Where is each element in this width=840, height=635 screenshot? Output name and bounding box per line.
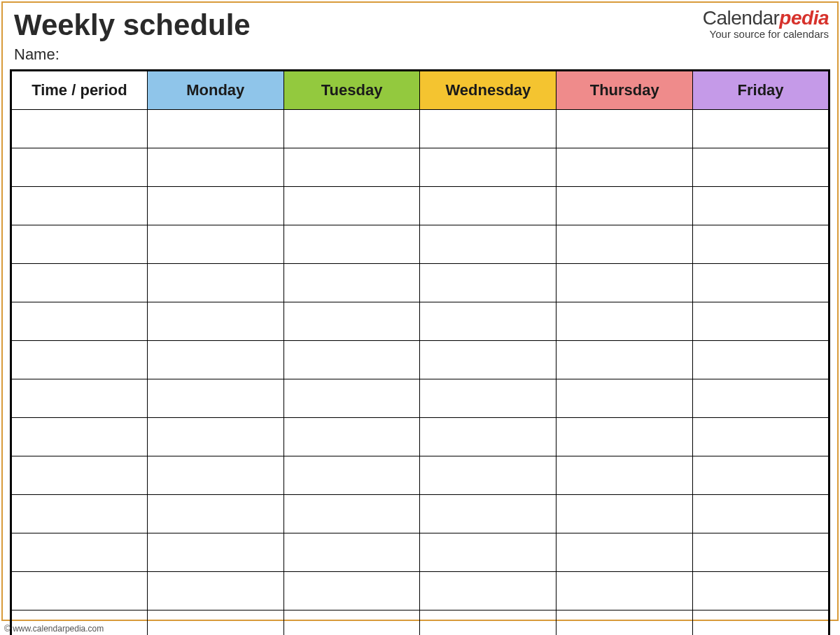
time-cell[interactable]	[11, 418, 148, 456]
schedule-cell[interactable]	[556, 225, 693, 264]
schedule-cell[interactable]	[147, 456, 284, 495]
time-cell[interactable]	[11, 572, 148, 610]
schedule-cell[interactable]	[420, 302, 556, 341]
schedule-cell[interactable]	[284, 418, 420, 456]
schedule-cell[interactable]	[420, 495, 556, 533]
time-cell[interactable]	[11, 225, 148, 264]
time-cell[interactable]	[11, 456, 148, 495]
schedule-cell[interactable]	[420, 456, 556, 495]
schedule-cell[interactable]	[284, 495, 420, 533]
schedule-cell[interactable]	[284, 302, 420, 341]
schedule-cell[interactable]	[556, 418, 693, 456]
schedule-cell[interactable]	[556, 610, 693, 636]
schedule-cell[interactable]	[693, 148, 830, 187]
schedule-cell[interactable]	[693, 495, 830, 533]
schedule-cell[interactable]	[420, 341, 556, 379]
schedule-cell[interactable]	[693, 456, 830, 495]
header: Weekly schedule Name: Calendarpedia Your…	[3, 3, 837, 65]
schedule-cell[interactable]	[420, 264, 556, 302]
table-row	[11, 187, 830, 225]
time-cell[interactable]	[11, 264, 148, 302]
schedule-cell[interactable]	[284, 533, 420, 572]
schedule-cell[interactable]	[556, 187, 693, 225]
time-cell[interactable]	[11, 110, 148, 148]
schedule-cell[interactable]	[420, 225, 556, 264]
schedule-cell[interactable]	[420, 187, 556, 225]
table-header-row: Time / period MondayTuesdayWednesdayThur…	[11, 71, 830, 110]
schedule-cell[interactable]	[147, 302, 284, 341]
time-cell[interactable]	[11, 148, 148, 187]
schedule-cell[interactable]	[693, 379, 830, 418]
schedule-cell[interactable]	[693, 302, 830, 341]
schedule-cell[interactable]	[556, 341, 693, 379]
schedule-body	[11, 110, 830, 636]
schedule-cell[interactable]	[420, 110, 556, 148]
schedule-cell[interactable]	[284, 264, 420, 302]
schedule-cell[interactable]	[556, 456, 693, 495]
title-block: Weekly schedule Name:	[14, 8, 251, 64]
table-row	[11, 495, 830, 533]
table-row	[11, 418, 830, 456]
schedule-cell[interactable]	[420, 418, 556, 456]
time-cell[interactable]	[11, 379, 148, 418]
schedule-cell[interactable]	[420, 533, 556, 572]
table-row	[11, 379, 830, 418]
table-row	[11, 533, 830, 572]
schedule-cell[interactable]	[284, 148, 420, 187]
schedule-cell[interactable]	[693, 572, 830, 610]
schedule-cell[interactable]	[284, 341, 420, 379]
schedule-cell[interactable]	[147, 225, 284, 264]
schedule-cell[interactable]	[147, 264, 284, 302]
schedule-cell[interactable]	[284, 610, 420, 636]
schedule-cell[interactable]	[556, 148, 693, 187]
time-cell[interactable]	[11, 495, 148, 533]
table-row	[11, 225, 830, 264]
page-border: Weekly schedule Name: Calendarpedia Your…	[1, 1, 839, 621]
schedule-cell[interactable]	[147, 187, 284, 225]
schedule-cell[interactable]	[147, 110, 284, 148]
schedule-cell[interactable]	[420, 572, 556, 610]
schedule-cell[interactable]	[284, 110, 420, 148]
schedule-cell[interactable]	[693, 418, 830, 456]
schedule-cell[interactable]	[147, 533, 284, 572]
schedule-cell[interactable]	[147, 148, 284, 187]
day-header-wednesday: Wednesday	[420, 71, 556, 110]
schedule-cell[interactable]	[693, 187, 830, 225]
schedule-cell[interactable]	[556, 302, 693, 341]
schedule-cell[interactable]	[420, 610, 556, 636]
schedule-cell[interactable]	[556, 495, 693, 533]
time-cell[interactable]	[11, 341, 148, 379]
schedule-cell[interactable]	[556, 379, 693, 418]
schedule-cell[interactable]	[693, 610, 830, 636]
schedule-cell[interactable]	[556, 533, 693, 572]
time-cell[interactable]	[11, 533, 148, 572]
schedule-cell[interactable]	[556, 110, 693, 148]
schedule-cell[interactable]	[147, 341, 284, 379]
schedule-cell[interactable]	[556, 264, 693, 302]
schedule-cell[interactable]	[284, 572, 420, 610]
schedule-cell[interactable]	[147, 495, 284, 533]
schedule-cell[interactable]	[693, 533, 830, 572]
schedule-cell[interactable]	[284, 187, 420, 225]
schedule-cell[interactable]	[147, 572, 284, 610]
schedule-cell[interactable]	[147, 610, 284, 636]
time-cell[interactable]	[11, 302, 148, 341]
schedule-cell[interactable]	[284, 379, 420, 418]
schedule-cell[interactable]	[693, 264, 830, 302]
schedule-table: Time / period MondayTuesdayWednesdayThur…	[10, 69, 830, 635]
schedule-cell[interactable]	[556, 572, 693, 610]
schedule-cell[interactable]	[284, 225, 420, 264]
schedule-cell[interactable]	[147, 418, 284, 456]
schedule-cell[interactable]	[284, 456, 420, 495]
schedule-cell[interactable]	[693, 341, 830, 379]
schedule-cell[interactable]	[420, 379, 556, 418]
day-header-thursday: Thursday	[556, 71, 693, 110]
table-row	[11, 341, 830, 379]
brand-prefix: Calendar	[703, 7, 780, 29]
day-header-tuesday: Tuesday	[284, 71, 420, 110]
schedule-cell[interactable]	[693, 225, 830, 264]
schedule-cell[interactable]	[147, 379, 284, 418]
schedule-cell[interactable]	[420, 148, 556, 187]
schedule-cell[interactable]	[693, 110, 830, 148]
time-cell[interactable]	[11, 187, 148, 225]
